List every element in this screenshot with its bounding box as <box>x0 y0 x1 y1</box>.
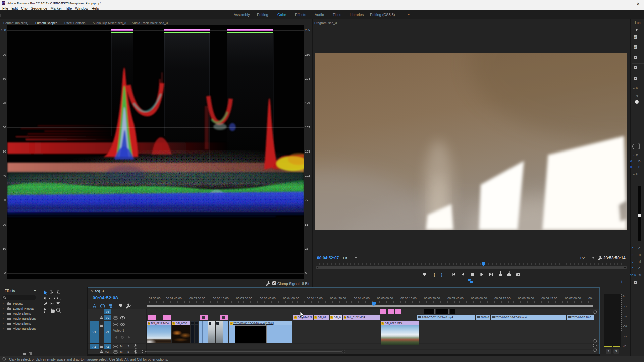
svg-text:}: } <box>441 272 443 277</box>
svg-text:{: { <box>434 272 435 277</box>
